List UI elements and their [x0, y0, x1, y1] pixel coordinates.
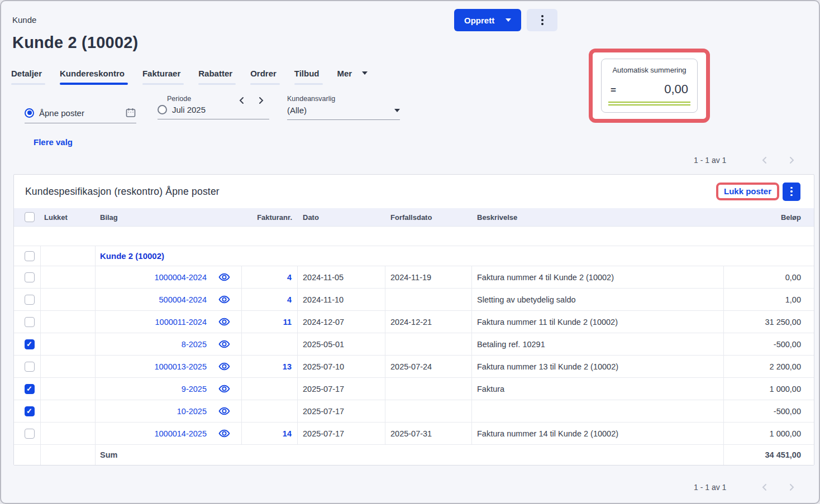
card-title: Kundespesifikasjon (reskontro) Åpne post…: [25, 186, 220, 198]
row-checkbox[interactable]: [25, 272, 35, 282]
bilag-link[interactable]: 8-2025: [96, 340, 207, 349]
lukket-cell: [41, 266, 96, 288]
tab-bar: Detaljer Kundereskontro Fakturaer Rabatt…: [11, 69, 368, 85]
column-header-dato[interactable]: Dato: [298, 208, 385, 226]
beskrivelse-cell: [472, 400, 724, 422]
group-row: Kunde 2 (10002): [14, 246, 814, 266]
auto-summation-box: Automatisk summering = 0,00: [601, 59, 698, 113]
responsible-value: (Alle): [287, 105, 307, 115]
eye-icon[interactable]: [207, 361, 241, 372]
fakturanr-link[interactable]: 4: [287, 295, 292, 304]
beskrivelse-cell: Faktura nummer 4 til Kunde 2 (10002): [472, 266, 724, 288]
dato-cell: 2025-07-10: [298, 356, 385, 377]
pagination-range: 1 - 1 av 1: [694, 483, 726, 492]
column-header-belop[interactable]: Beløp: [724, 208, 815, 226]
chevron-left-icon[interactable]: [761, 483, 769, 492]
fakturanr-link[interactable]: 4: [287, 273, 292, 282]
beskrivelse-cell: Faktura: [472, 378, 724, 400]
group-checkbox[interactable]: [25, 251, 35, 261]
group-label[interactable]: Kunde 2 (10002): [96, 246, 724, 266]
belop-cell: 1,00: [724, 289, 815, 310]
bilag-link[interactable]: 10-2025: [96, 407, 207, 416]
row-checkbox[interactable]: [25, 429, 35, 439]
chevron-left-icon[interactable]: [761, 156, 769, 165]
eye-icon[interactable]: [207, 405, 241, 417]
page-title: Kunde 2 (10002): [12, 33, 138, 52]
tab-label: Rabatter: [198, 69, 232, 78]
dato-cell: 2024-11-10: [298, 289, 385, 310]
fakturanr-link[interactable]: 14: [283, 429, 292, 438]
table-row: 1000011-2024 11 2024-12-07 2024-12-21 Fa…: [14, 311, 814, 333]
create-button[interactable]: Opprett: [454, 9, 521, 31]
bilag-link[interactable]: 9-2025: [96, 385, 207, 393]
row-checkbox[interactable]: [25, 406, 35, 416]
dato-cell: 2025-07-17: [298, 378, 385, 400]
dato-cell: 2025-07-17: [298, 423, 385, 444]
period-radio[interactable]: [158, 105, 167, 114]
dato-cell: 2024-12-07: [298, 311, 385, 333]
sum-label: Sum: [96, 445, 724, 465]
lukket-cell: [41, 311, 96, 333]
tab-underline: [142, 83, 184, 85]
responsible-select[interactable]: (Alle): [287, 105, 400, 120]
row-checkbox[interactable]: [25, 317, 35, 327]
tab-detaljer[interactable]: Detaljer: [11, 69, 45, 85]
auto-summation-title: Automatisk summering: [608, 66, 690, 74]
column-header-forfallsdato[interactable]: Forfallsdato: [385, 208, 472, 226]
dato-cell: 2025-05-01: [298, 333, 385, 355]
belop-cell: 1 000,00: [724, 378, 815, 400]
double-underline: [608, 102, 690, 106]
row-checkbox[interactable]: [25, 295, 35, 305]
more-options-link[interactable]: Flere valg: [34, 137, 73, 147]
lukket-cell: [41, 423, 96, 444]
fakturanr-link[interactable]: 11: [283, 318, 292, 327]
chevron-right-icon[interactable]: [788, 483, 795, 492]
lukket-cell: [41, 289, 96, 310]
customer-ledger-page: Kunde Kunde 2 (10002) Opprett Detaljer K…: [0, 0, 820, 504]
bilag-link[interactable]: 1000004-2024: [96, 273, 207, 282]
bilag-link[interactable]: 500004-2024: [96, 295, 207, 304]
breadcrumb[interactable]: Kunde: [12, 15, 36, 25]
tab-fakturaer[interactable]: Fakturaer: [142, 69, 184, 85]
table-row: 1000013-2025 13 2025-07-10 2025-07-24 Fa…: [14, 356, 814, 378]
bilag-link[interactable]: 1000014-2025: [96, 429, 207, 438]
close-posts-button[interactable]: Lukk poster: [724, 186, 771, 196]
bilag-link[interactable]: 1000011-2024: [96, 318, 207, 327]
more-actions-button[interactable]: [527, 9, 557, 31]
tab-kundereskontro[interactable]: Kundereskontro: [60, 69, 128, 85]
select-all-checkbox[interactable]: [25, 212, 35, 222]
eye-icon[interactable]: [207, 316, 241, 328]
chevron-right-icon[interactable]: [788, 156, 795, 165]
eye-icon[interactable]: [207, 271, 241, 283]
row-checkbox[interactable]: [25, 362, 35, 372]
table-row: 8-2025 2025-05-01 Betaling ref. 10291 -5…: [14, 333, 814, 356]
bilag-link[interactable]: 1000013-2025: [96, 362, 207, 371]
tab-rabatter[interactable]: Rabatter: [198, 69, 236, 85]
row-checkbox[interactable]: [25, 339, 35, 349]
period-value: Juli 2025: [172, 105, 206, 114]
row-checkbox[interactable]: [25, 384, 35, 394]
fakturanr-link[interactable]: 13: [283, 362, 292, 371]
eye-icon[interactable]: [207, 338, 241, 350]
table-row: 1000014-2025 14 2025-07-17 2025-07-31 Fa…: [14, 423, 814, 445]
table-menu-button[interactable]: [783, 183, 800, 201]
open-posts-radio[interactable]: [25, 108, 34, 118]
column-header-fakturanr[interactable]: Fakturanr.: [242, 208, 298, 226]
column-header-lukket[interactable]: Lukket: [41, 208, 96, 226]
forfallsdato-cell: [385, 289, 472, 310]
chevron-left-icon[interactable]: [238, 96, 246, 105]
tab-mer[interactable]: Mer: [337, 69, 368, 85]
tab-ordrer[interactable]: Ordrer: [250, 69, 280, 85]
column-header-beskrivelse[interactable]: Beskrivelse: [472, 208, 724, 226]
belop-cell: 31 250,00: [724, 311, 815, 333]
eye-icon[interactable]: [207, 294, 241, 305]
eye-icon[interactable]: [207, 383, 241, 395]
table-row: 1000004-2024 4 2024-11-05 2024-11-19 Fak…: [14, 266, 814, 289]
chevron-down-icon: [506, 18, 511, 22]
beskrivelse-cell: Faktura nummer 11 til Kunde 2 (10002): [472, 311, 724, 333]
calendar-icon[interactable]: [125, 107, 136, 118]
chevron-right-icon[interactable]: [257, 96, 265, 105]
column-header-bilag[interactable]: Bilag: [96, 208, 242, 226]
eye-icon[interactable]: [207, 428, 241, 439]
tab-tilbud[interactable]: Tilbud: [294, 69, 323, 85]
